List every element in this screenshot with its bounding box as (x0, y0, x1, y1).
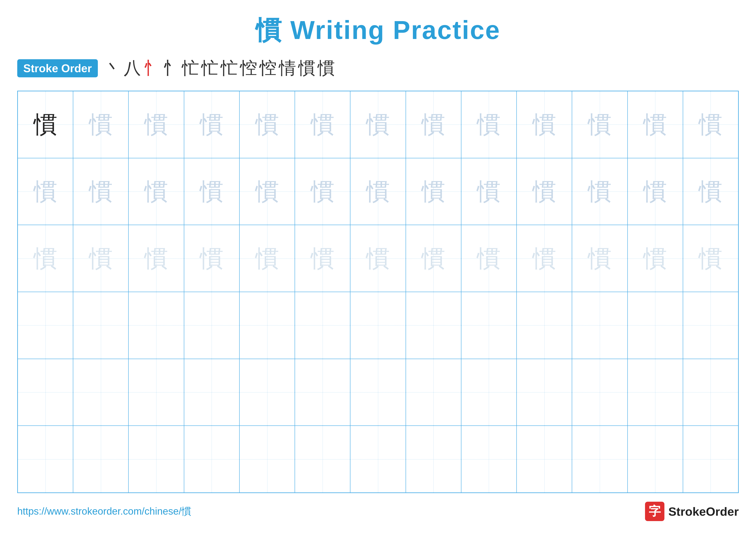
grid-cell[interactable] (406, 426, 461, 493)
grid-cell[interactable] (239, 359, 295, 426)
grid-cell[interactable] (18, 292, 73, 359)
grid-cell[interactable] (295, 426, 350, 493)
grid-cell[interactable] (239, 292, 295, 359)
practice-char: 慣 (699, 113, 722, 136)
grid-cell[interactable] (73, 359, 128, 426)
grid-cell[interactable]: 慣 (73, 158, 128, 225)
grid-cell[interactable]: 慣 (683, 91, 738, 158)
footer-logo: 字 StrokeOrder (645, 502, 739, 521)
grid-cell[interactable]: 慣 (572, 158, 627, 225)
grid-cell[interactable] (683, 426, 738, 493)
practice-char: 慣 (34, 247, 57, 270)
grid-cell[interactable]: 慣 (683, 225, 738, 292)
grid-cell[interactable] (184, 426, 239, 493)
practice-char: 慣 (699, 180, 722, 203)
grid-cell[interactable]: 慣 (350, 225, 406, 292)
grid-cell[interactable] (628, 426, 683, 493)
stroke-1: 丶 (104, 57, 122, 80)
grid-cell[interactable] (406, 359, 461, 426)
stroke-3: 忄 (143, 57, 160, 80)
stroke-4: 忄 (162, 57, 180, 80)
footer-url[interactable]: https://www.strokeorder.com/chinese/慣 (17, 505, 191, 518)
practice-char: 慣 (532, 180, 556, 203)
grid-cell[interactable] (18, 359, 73, 426)
grid-cell[interactable] (683, 292, 738, 359)
stroke-12: 慣 (318, 57, 335, 80)
grid-cell[interactable]: 慣 (184, 91, 239, 158)
grid-cell[interactable]: 慣 (18, 225, 73, 292)
grid-cell[interactable]: 慣 (295, 225, 350, 292)
grid-cell[interactable] (128, 359, 184, 426)
grid-cell[interactable]: 慣 (128, 225, 184, 292)
grid-cell[interactable]: 慣 (461, 158, 517, 225)
practice-char: 慣 (89, 180, 113, 203)
grid-cell[interactable] (461, 426, 517, 493)
grid-cell[interactable]: 慣 (628, 158, 683, 225)
grid-cell[interactable]: 慣 (683, 158, 738, 225)
grid-cell[interactable] (572, 426, 627, 493)
grid-cell[interactable] (73, 426, 128, 493)
grid-cell[interactable] (350, 359, 406, 426)
grid-cell[interactable]: 慣 (184, 225, 239, 292)
grid-cell[interactable] (517, 292, 572, 359)
practice-char: 慣 (311, 180, 335, 203)
grid-cell[interactable] (572, 292, 627, 359)
grid-cell[interactable]: 慣 (517, 225, 572, 292)
grid-cell[interactable]: 慣 (73, 91, 128, 158)
grid-cell[interactable]: 慣 (295, 158, 350, 225)
grid-cell[interactable] (350, 426, 406, 493)
grid-cell[interactable] (572, 359, 627, 426)
grid-cell[interactable] (295, 292, 350, 359)
grid-cell[interactable] (184, 292, 239, 359)
grid-cell[interactable]: 慣 (350, 91, 406, 158)
grid-cell[interactable]: 慣 (18, 158, 73, 225)
grid-cell[interactable]: 慣 (406, 225, 461, 292)
grid-cell[interactable] (517, 359, 572, 426)
grid-cell[interactable]: 慣 (350, 158, 406, 225)
grid-cell[interactable]: 慣 (517, 158, 572, 225)
grid-cell[interactable]: 慣 (239, 91, 295, 158)
grid-cell[interactable]: 慣 (572, 91, 627, 158)
practice-char: 慣 (643, 113, 667, 136)
grid-cell[interactable] (350, 292, 406, 359)
practice-char: 慣 (256, 247, 279, 270)
grid-cell[interactable]: 慣 (406, 91, 461, 158)
grid-cell[interactable] (406, 292, 461, 359)
grid-cell[interactable]: 慣 (128, 158, 184, 225)
grid-cell[interactable] (461, 292, 517, 359)
footer: https://www.strokeorder.com/chinese/慣 字 … (17, 502, 739, 521)
practice-char: 慣 (421, 247, 445, 270)
grid-cell[interactable] (184, 359, 239, 426)
grid-cell[interactable]: 慣 (517, 91, 572, 158)
grid-cell[interactable] (517, 426, 572, 493)
grid-cell[interactable] (683, 359, 738, 426)
grid-cell[interactable]: 慣 (73, 225, 128, 292)
grid-cell[interactable]: 慣 (184, 158, 239, 225)
grid-cell[interactable] (18, 426, 73, 493)
grid-cell[interactable]: 慣 (128, 91, 184, 158)
grid-cell[interactable]: 慣 (628, 91, 683, 158)
grid-cell[interactable]: 慣 (628, 225, 683, 292)
stroke-11: 慣 (298, 57, 315, 80)
grid-cell[interactable]: 慣 (406, 158, 461, 225)
grid-cell[interactable] (628, 359, 683, 426)
grid-cell[interactable]: 慣 (18, 91, 73, 158)
grid-cell[interactable]: 慣 (239, 158, 295, 225)
practice-char: 慣 (532, 113, 556, 136)
grid-cell[interactable] (295, 359, 350, 426)
grid-cell[interactable] (239, 426, 295, 493)
grid-cell[interactable]: 慣 (572, 225, 627, 292)
logo-text: StrokeOrder (668, 504, 739, 519)
grid-cell[interactable] (128, 292, 184, 359)
page-container: 慣 Writing Practice Stroke Order 丶 八 忄 忄 … (0, 0, 756, 534)
grid-cell[interactable] (461, 359, 517, 426)
grid-cell[interactable] (628, 292, 683, 359)
grid-cell[interactable]: 慣 (239, 225, 295, 292)
grid-cell[interactable]: 慣 (461, 225, 517, 292)
grid-cell[interactable] (73, 292, 128, 359)
grid-cell[interactable]: 慣 (461, 91, 517, 158)
practice-char: 慣 (34, 113, 57, 136)
practice-char: 慣 (34, 180, 57, 203)
grid-cell[interactable]: 慣 (295, 91, 350, 158)
grid-cell[interactable] (128, 426, 184, 493)
